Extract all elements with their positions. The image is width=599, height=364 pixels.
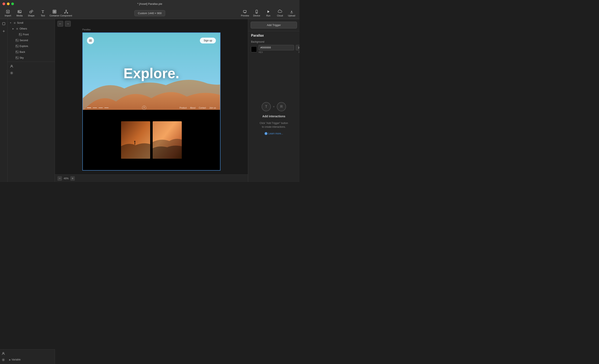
maximize-button[interactable] <box>11 2 14 5</box>
learn-more-label: Learn more... <box>268 132 283 135</box>
thumbnail-1 <box>121 121 150 159</box>
explore-label: Explore. <box>19 45 53 48</box>
zoom-out-button[interactable]: − <box>57 176 62 181</box>
layer-sky[interactable]: ▶ Sky <box>8 55 55 61</box>
svg-point-18 <box>19 34 20 34</box>
dot-1 <box>87 107 91 108</box>
fill-group: Fill <box>296 45 300 53</box>
shape-button[interactable]: Shape <box>26 8 37 18</box>
expand-scroll-icon[interactable]: ▼ <box>9 21 12 24</box>
zoom-in-button[interactable]: + <box>70 176 75 181</box>
link-joinus[interactable]: Join us <box>209 107 216 109</box>
back-label: Back <box>19 51 53 53</box>
cloud-button[interactable]: Cloud <box>274 8 285 18</box>
svg-point-4 <box>31 10 33 12</box>
right-panel: Add Trigger Parallax Background HEX Fill <box>248 19 300 182</box>
container-button[interactable]: Container <box>49 8 60 18</box>
canvas-toolbar: ← → <box>55 19 248 28</box>
component-button[interactable]: Component <box>61 8 71 18</box>
nav-forward-button[interactable]: → <box>65 21 71 27</box>
preview-nav: Sign up <box>87 37 216 44</box>
settings-item[interactable] <box>9 70 53 76</box>
media-label: Media <box>17 14 23 17</box>
preview-button[interactable]: Preview <box>240 8 250 18</box>
add-panel-icon[interactable] <box>1 28 7 34</box>
fill-label: Fill <box>299 51 300 53</box>
component-label: Component <box>60 14 72 17</box>
cloud-label: Cloud <box>277 14 283 17</box>
interaction-icons: T + R <box>262 102 286 111</box>
color-swatch[interactable] <box>251 46 257 52</box>
r-label: R <box>280 105 283 109</box>
preview-bottom-nav: Product About Contact Join us <box>87 106 216 110</box>
progress-indicator <box>87 107 109 108</box>
hex-label: HEX <box>258 51 294 53</box>
preview-bottom-section <box>83 110 220 170</box>
minimize-button[interactable] <box>7 2 9 5</box>
thumbnail-2 <box>153 121 182 159</box>
svg-point-34 <box>134 141 135 142</box>
canvas-frame: Sign up Explore. <box>82 32 220 170</box>
container-label: Container <box>50 14 60 17</box>
dot-2 <box>93 107 97 108</box>
layer-back[interactable]: ▶ Back <box>8 49 55 55</box>
svg-rect-10 <box>66 10 67 11</box>
image-icon-sky <box>15 56 19 60</box>
expand-others-icon[interactable]: ▶ <box>12 27 15 30</box>
titlebar: * [Asset] Parallax.pie <box>0 0 300 8</box>
canvas-scroll-area[interactable]: Parallax <box>55 28 248 175</box>
run-label: Run <box>266 14 270 17</box>
svg-point-27 <box>11 65 12 66</box>
layer-second[interactable]: ▶ Second <box>8 37 55 43</box>
signup-button[interactable]: Sign up <box>200 38 216 44</box>
layer-explore[interactable]: ▶ Explore. <box>8 43 55 49</box>
background-label: Background <box>251 40 297 43</box>
fill-input[interactable] <box>296 45 300 50</box>
svg-point-26 <box>16 57 17 58</box>
users-item[interactable] <box>9 63 53 69</box>
svg-point-22 <box>16 45 17 46</box>
close-button[interactable] <box>2 2 5 5</box>
settings-icon <box>10 71 13 75</box>
text-label: Text <box>41 14 45 17</box>
hamburger-button[interactable] <box>87 37 94 44</box>
sky-label: Sky <box>19 56 53 59</box>
background-section: Background HEX Fill <box>248 39 300 55</box>
layers-panel-icon[interactable] <box>1 21 7 27</box>
layer-scroll[interactable]: ▼ ⊞ Scroll <box>8 20 55 26</box>
upload-label: Upload <box>288 14 295 17</box>
scroll-down-icon <box>143 107 145 109</box>
layer-others[interactable]: ▶ ⊞ Others <box>8 26 55 32</box>
menu-icon <box>89 39 92 42</box>
toolbar-center: Custom 1440 × 900 <box>134 10 165 16</box>
toolbar-right: Preview Device Run Cloud Upload <box>237 8 300 18</box>
hex-input[interactable] <box>258 45 294 50</box>
text-button[interactable]: Text <box>37 8 48 18</box>
media-button[interactable]: Media <box>14 8 25 18</box>
second-label: Second <box>19 39 53 42</box>
interactions-title: Add interactions <box>262 115 285 118</box>
image-icon-explore <box>15 44 19 48</box>
upload-button[interactable]: Upload <box>286 8 297 18</box>
response-r-icon: R <box>277 102 286 111</box>
toolbar-left: Import Media Shape Text <box>0 8 74 18</box>
dot-3 <box>99 107 103 108</box>
link-contact[interactable]: Contact <box>199 107 206 109</box>
front-label: Front <box>23 33 53 36</box>
sidebar-layer-content: ▼ ⊞ Scroll ▶ ⊞ Others ▶ <box>8 19 55 182</box>
learn-more-link[interactable]: i Learn more... <box>264 132 283 135</box>
nav-back-button[interactable]: ← <box>57 21 63 27</box>
panel-title: Parallax <box>248 31 300 39</box>
add-trigger-button[interactable]: Add Trigger <box>251 22 297 28</box>
canvas-area: ← → Parallax <box>55 19 248 182</box>
device-button[interactable]: Device <box>251 8 262 18</box>
grid-icon: ⊞ <box>13 21 16 25</box>
run-button[interactable]: Run <box>263 8 274 18</box>
explore-heading: Explore. <box>83 65 220 81</box>
layer-front[interactable]: ▶ Front <box>8 32 55 37</box>
resolution-button[interactable]: Custom 1440 × 900 <box>134 10 165 16</box>
link-about[interactable]: About <box>190 107 195 109</box>
link-product[interactable]: Product <box>179 107 186 109</box>
sidebar-footer <box>8 62 55 78</box>
import-button[interactable]: Import <box>2 8 13 18</box>
